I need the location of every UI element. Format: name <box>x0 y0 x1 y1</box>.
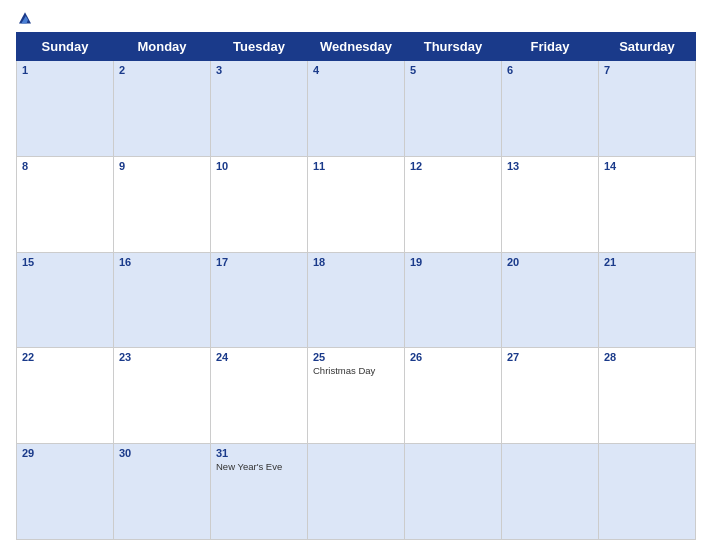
day-number: 23 <box>119 351 205 363</box>
day-number: 11 <box>313 160 399 172</box>
calendar-cell: 22 <box>17 348 114 444</box>
calendar-week-row: 293031New Year's Eve <box>17 444 696 540</box>
day-number: 15 <box>22 256 108 268</box>
calendar-cell: 8 <box>17 156 114 252</box>
day-number: 6 <box>507 64 593 76</box>
logo <box>16 10 106 28</box>
day-number: 9 <box>119 160 205 172</box>
day-number: 4 <box>313 64 399 76</box>
calendar-week-row: 891011121314 <box>17 156 696 252</box>
weekday-header-saturday: Saturday <box>599 33 696 61</box>
calendar-week-row: 22232425Christmas Day262728 <box>17 348 696 444</box>
day-number: 2 <box>119 64 205 76</box>
day-number: 25 <box>313 351 399 363</box>
calendar-cell: 16 <box>114 252 211 348</box>
calendar-cell: 7 <box>599 61 696 157</box>
day-number: 17 <box>216 256 302 268</box>
calendar-cell: 12 <box>405 156 502 252</box>
calendar-table: SundayMondayTuesdayWednesdayThursdayFrid… <box>16 32 696 540</box>
day-number: 14 <box>604 160 690 172</box>
calendar-cell <box>405 444 502 540</box>
day-number: 8 <box>22 160 108 172</box>
weekday-header-tuesday: Tuesday <box>211 33 308 61</box>
calendar-cell: 18 <box>308 252 405 348</box>
weekday-header-thursday: Thursday <box>405 33 502 61</box>
weekday-header-wednesday: Wednesday <box>308 33 405 61</box>
calendar-cell: 24 <box>211 348 308 444</box>
calendar-cell: 31New Year's Eve <box>211 444 308 540</box>
day-number: 1 <box>22 64 108 76</box>
calendar-cell: 13 <box>502 156 599 252</box>
generalblue-logo-icon <box>16 10 34 28</box>
day-number: 19 <box>410 256 496 268</box>
calendar-cell: 19 <box>405 252 502 348</box>
calendar-cell: 9 <box>114 156 211 252</box>
day-number: 29 <box>22 447 108 459</box>
calendar-cell: 5 <box>405 61 502 157</box>
day-number: 7 <box>604 64 690 76</box>
calendar-cell: 15 <box>17 252 114 348</box>
weekday-header-sunday: Sunday <box>17 33 114 61</box>
event-label: New Year's Eve <box>216 461 302 472</box>
calendar-header <box>16 10 696 28</box>
weekday-header-friday: Friday <box>502 33 599 61</box>
calendar-cell: 26 <box>405 348 502 444</box>
calendar-cell: 11 <box>308 156 405 252</box>
day-number: 26 <box>410 351 496 363</box>
day-number: 31 <box>216 447 302 459</box>
calendar-cell <box>502 444 599 540</box>
day-number: 12 <box>410 160 496 172</box>
calendar-cell: 14 <box>599 156 696 252</box>
calendar-cell: 17 <box>211 252 308 348</box>
calendar-cell <box>599 444 696 540</box>
day-number: 21 <box>604 256 690 268</box>
day-number: 3 <box>216 64 302 76</box>
calendar-cell: 30 <box>114 444 211 540</box>
calendar-cell: 28 <box>599 348 696 444</box>
day-number: 10 <box>216 160 302 172</box>
day-number: 27 <box>507 351 593 363</box>
calendar-cell: 20 <box>502 252 599 348</box>
day-number: 13 <box>507 160 593 172</box>
calendar-cell: 1 <box>17 61 114 157</box>
day-number: 18 <box>313 256 399 268</box>
calendar-cell: 4 <box>308 61 405 157</box>
calendar-cell: 6 <box>502 61 599 157</box>
calendar-cell: 10 <box>211 156 308 252</box>
calendar-week-row: 15161718192021 <box>17 252 696 348</box>
day-number: 16 <box>119 256 205 268</box>
event-label: Christmas Day <box>313 365 399 376</box>
day-number: 28 <box>604 351 690 363</box>
day-number: 22 <box>22 351 108 363</box>
day-number: 5 <box>410 64 496 76</box>
calendar-cell: 2 <box>114 61 211 157</box>
calendar-cell: 21 <box>599 252 696 348</box>
weekday-header-monday: Monday <box>114 33 211 61</box>
calendar-cell <box>308 444 405 540</box>
calendar-cell: 25Christmas Day <box>308 348 405 444</box>
day-number: 24 <box>216 351 302 363</box>
calendar-cell: 29 <box>17 444 114 540</box>
day-number: 20 <box>507 256 593 268</box>
day-number: 30 <box>119 447 205 459</box>
calendar-week-row: 1234567 <box>17 61 696 157</box>
calendar-cell: 3 <box>211 61 308 157</box>
calendar-cell: 27 <box>502 348 599 444</box>
calendar-cell: 23 <box>114 348 211 444</box>
weekday-header-row: SundayMondayTuesdayWednesdayThursdayFrid… <box>17 33 696 61</box>
